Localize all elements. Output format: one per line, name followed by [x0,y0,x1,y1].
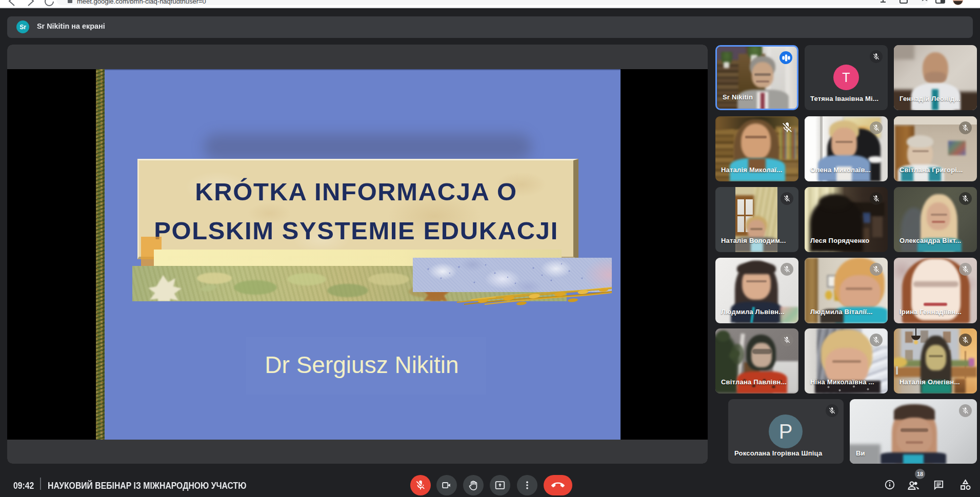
svg-text:meet.google.com/bmh-ciaq-haqfu: meet.google.com/bmh-ciaq-haqfudthuser=0 [77,0,206,5]
